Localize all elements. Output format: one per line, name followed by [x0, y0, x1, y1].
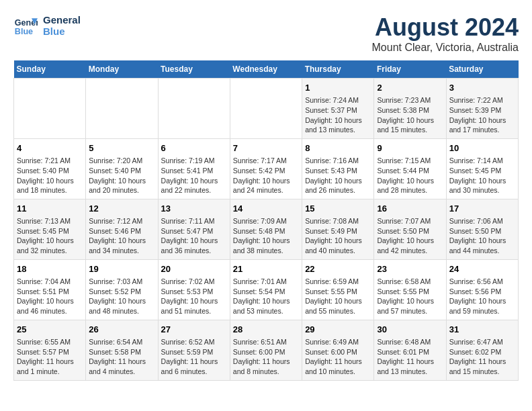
- day-info: Sunrise: 7:14 AMSunset: 5:45 PMDaylight:…: [449, 156, 515, 195]
- calendar-cell: 25Sunrise: 6:55 AMSunset: 5:57 PMDayligh…: [14, 320, 86, 380]
- day-info: Sunrise: 7:22 AMSunset: 5:39 PMDaylight:…: [449, 95, 515, 135]
- header-thursday: Thursday: [302, 60, 374, 79]
- day-number: 7: [233, 142, 299, 154]
- day-number: 10: [449, 142, 515, 154]
- day-number: 1: [305, 82, 371, 94]
- calendar-cell: 12Sunrise: 7:12 AMSunset: 5:46 PMDayligh…: [86, 199, 158, 259]
- day-number: 18: [17, 263, 83, 275]
- day-info: Sunrise: 6:47 AMSunset: 6:02 PMDaylight:…: [449, 337, 515, 377]
- day-number: 28: [233, 324, 299, 336]
- day-info: Sunrise: 7:16 AMSunset: 5:43 PMDaylight:…: [305, 156, 371, 195]
- day-info: Sunrise: 7:01 AMSunset: 5:54 PMDaylight:…: [233, 277, 299, 316]
- calendar-cell: 28Sunrise: 6:51 AMSunset: 6:00 PMDayligh…: [230, 320, 302, 380]
- calendar-cell: [158, 79, 230, 139]
- day-info: Sunrise: 7:15 AMSunset: 5:44 PMDaylight:…: [377, 156, 443, 195]
- day-number: 29: [305, 324, 371, 336]
- day-info: Sunrise: 7:17 AMSunset: 5:42 PMDaylight:…: [233, 156, 299, 195]
- logo-text-general: General: [43, 14, 81, 26]
- day-info: Sunrise: 7:04 AMSunset: 5:51 PMDaylight:…: [17, 277, 83, 316]
- day-number: 15: [305, 203, 371, 215]
- title-block: August 2024 Mount Clear, Victoria, Austr…: [372, 13, 519, 54]
- day-info: Sunrise: 6:52 AMSunset: 5:59 PMDaylight:…: [161, 337, 227, 377]
- day-info: Sunrise: 6:59 AMSunset: 5:55 PMDaylight:…: [305, 277, 371, 316]
- header: General Blue General Blue August 2024 Mo…: [13, 13, 519, 54]
- day-info: Sunrise: 7:09 AMSunset: 5:48 PMDaylight:…: [233, 216, 299, 256]
- calendar-cell: 9Sunrise: 7:15 AMSunset: 5:44 PMDaylight…: [374, 138, 446, 199]
- logo: General Blue General Blue: [13, 13, 81, 38]
- calendar-cell: 4Sunrise: 7:21 AMSunset: 5:40 PMDaylight…: [14, 138, 86, 199]
- header-friday: Friday: [374, 60, 446, 79]
- day-info: Sunrise: 7:02 AMSunset: 5:53 PMDaylight:…: [161, 277, 227, 316]
- day-number: 27: [161, 324, 227, 336]
- day-number: 26: [89, 324, 154, 336]
- day-info: Sunrise: 7:03 AMSunset: 5:52 PMDaylight:…: [89, 277, 154, 316]
- day-number: 25: [17, 324, 83, 336]
- calendar-cell: 23Sunrise: 6:58 AMSunset: 5:55 PMDayligh…: [374, 259, 446, 320]
- calendar-cell: 21Sunrise: 7:01 AMSunset: 5:54 PMDayligh…: [230, 259, 302, 320]
- logo-icon: General Blue: [13, 13, 38, 38]
- day-info: Sunrise: 6:55 AMSunset: 5:57 PMDaylight:…: [17, 337, 83, 377]
- day-number: 2: [377, 82, 443, 94]
- day-number: 23: [377, 263, 443, 275]
- header-monday: Monday: [86, 60, 158, 79]
- calendar-cell: 11Sunrise: 7:13 AMSunset: 5:45 PMDayligh…: [14, 199, 86, 259]
- calendar-cell: 19Sunrise: 7:03 AMSunset: 5:52 PMDayligh…: [86, 259, 158, 320]
- day-info: Sunrise: 6:51 AMSunset: 6:00 PMDaylight:…: [233, 337, 299, 377]
- day-number: 11: [17, 203, 83, 215]
- calendar-cell: 31Sunrise: 6:47 AMSunset: 6:02 PMDayligh…: [446, 320, 518, 380]
- day-number: 4: [17, 142, 83, 154]
- calendar-cell: 22Sunrise: 6:59 AMSunset: 5:55 PMDayligh…: [302, 259, 374, 320]
- calendar-cell: 13Sunrise: 7:11 AMSunset: 5:47 PMDayligh…: [158, 199, 230, 259]
- header-saturday: Saturday: [446, 60, 518, 79]
- day-number: 6: [161, 142, 227, 154]
- calendar-cell: 20Sunrise: 7:02 AMSunset: 5:53 PMDayligh…: [158, 259, 230, 320]
- calendar-cell: 2Sunrise: 7:23 AMSunset: 5:38 PMDaylight…: [374, 79, 446, 139]
- day-info: Sunrise: 7:07 AMSunset: 5:50 PMDaylight:…: [377, 216, 443, 256]
- logo-text-blue: Blue: [43, 26, 81, 37]
- svg-text:Blue: Blue: [15, 27, 33, 36]
- calendar-cell: 10Sunrise: 7:14 AMSunset: 5:45 PMDayligh…: [446, 138, 518, 199]
- day-info: Sunrise: 7:21 AMSunset: 5:40 PMDaylight:…: [17, 156, 83, 195]
- calendar-cell: [230, 79, 302, 139]
- calendar-cell: 5Sunrise: 7:20 AMSunset: 5:40 PMDaylight…: [86, 138, 158, 199]
- day-number: 20: [161, 263, 227, 275]
- day-number: 30: [377, 324, 443, 336]
- day-number: 9: [377, 142, 443, 154]
- subtitle: Mount Clear, Victoria, Australia: [372, 42, 519, 54]
- calendar-cell: [14, 79, 86, 139]
- day-info: Sunrise: 7:23 AMSunset: 5:38 PMDaylight:…: [377, 95, 443, 135]
- day-info: Sunrise: 7:12 AMSunset: 5:46 PMDaylight:…: [89, 216, 154, 256]
- day-info: Sunrise: 7:06 AMSunset: 5:50 PMDaylight:…: [449, 216, 515, 256]
- day-info: Sunrise: 7:24 AMSunset: 5:37 PMDaylight:…: [305, 95, 371, 135]
- calendar-cell: 15Sunrise: 7:08 AMSunset: 5:49 PMDayligh…: [302, 199, 374, 259]
- day-info: Sunrise: 7:19 AMSunset: 5:41 PMDaylight:…: [161, 156, 227, 195]
- calendar-cell: 6Sunrise: 7:19 AMSunset: 5:41 PMDaylight…: [158, 138, 230, 199]
- calendar-cell: 1Sunrise: 7:24 AMSunset: 5:37 PMDaylight…: [302, 79, 374, 139]
- calendar-cell: 29Sunrise: 6:49 AMSunset: 6:00 PMDayligh…: [302, 320, 374, 380]
- day-info: Sunrise: 6:49 AMSunset: 6:00 PMDaylight:…: [305, 337, 371, 377]
- calendar-week-5: 25Sunrise: 6:55 AMSunset: 5:57 PMDayligh…: [14, 320, 519, 380]
- calendar-week-1: 1Sunrise: 7:24 AMSunset: 5:37 PMDaylight…: [14, 79, 519, 139]
- day-number: 3: [449, 82, 515, 94]
- day-info: Sunrise: 7:20 AMSunset: 5:40 PMDaylight:…: [89, 156, 154, 195]
- calendar-cell: 26Sunrise: 6:54 AMSunset: 5:58 PMDayligh…: [86, 320, 158, 380]
- day-number: 16: [377, 203, 443, 215]
- day-number: 24: [449, 263, 515, 275]
- calendar-cell: 14Sunrise: 7:09 AMSunset: 5:48 PMDayligh…: [230, 199, 302, 259]
- header-sunday: Sunday: [14, 60, 86, 79]
- calendar-week-2: 4Sunrise: 7:21 AMSunset: 5:40 PMDaylight…: [14, 138, 519, 199]
- day-info: Sunrise: 7:11 AMSunset: 5:47 PMDaylight:…: [161, 216, 227, 256]
- calendar-cell: 18Sunrise: 7:04 AMSunset: 5:51 PMDayligh…: [14, 259, 86, 320]
- calendar-cell: 30Sunrise: 6:48 AMSunset: 6:01 PMDayligh…: [374, 320, 446, 380]
- calendar-cell: 27Sunrise: 6:52 AMSunset: 5:59 PMDayligh…: [158, 320, 230, 380]
- calendar-week-3: 11Sunrise: 7:13 AMSunset: 5:45 PMDayligh…: [14, 199, 519, 259]
- calendar-cell: 24Sunrise: 6:56 AMSunset: 5:56 PMDayligh…: [446, 259, 518, 320]
- day-info: Sunrise: 6:58 AMSunset: 5:55 PMDaylight:…: [377, 277, 443, 316]
- day-number: 21: [233, 263, 299, 275]
- calendar-cell: [86, 79, 158, 139]
- calendar-cell: 16Sunrise: 7:07 AMSunset: 5:50 PMDayligh…: [374, 199, 446, 259]
- calendar-cell: 7Sunrise: 7:17 AMSunset: 5:42 PMDaylight…: [230, 138, 302, 199]
- day-number: 14: [233, 203, 299, 215]
- day-info: Sunrise: 6:54 AMSunset: 5:58 PMDaylight:…: [89, 337, 154, 377]
- calendar-table: Sunday Monday Tuesday Wednesday Thursday…: [13, 60, 519, 381]
